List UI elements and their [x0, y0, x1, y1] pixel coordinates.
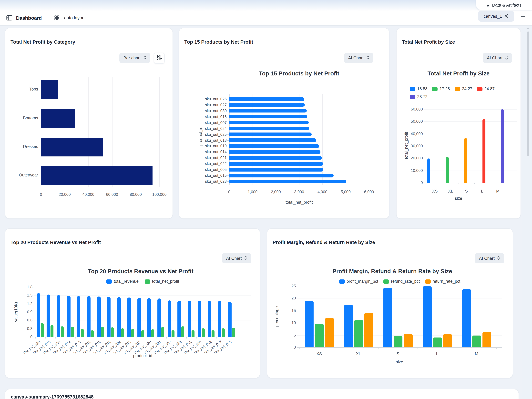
- bar: [161, 327, 164, 337]
- y-tick-label: 0: [397, 180, 423, 185]
- bar-chart-net-profit-by-category: 020,00040,00060,00080,000100,000TopsBott…: [5, 28, 172, 218]
- bar: [97, 296, 101, 337]
- bar: [229, 115, 307, 119]
- bar: [81, 329, 84, 337]
- gridline: [227, 337, 227, 338]
- bar: [182, 326, 184, 337]
- tab-canvas-1[interactable]: canvas_1: [478, 11, 514, 22]
- bar: [198, 301, 201, 337]
- x-tick-label: 2,000: [266, 190, 286, 194]
- y-axis-label: product_id: [198, 123, 203, 149]
- header-gradient: [0, 0, 532, 11]
- gridline: [418, 347, 418, 349]
- y-category-label: sku_out_026: [179, 97, 227, 101]
- legend-item: 18.88: [410, 87, 428, 91]
- gridline: [34, 337, 251, 337]
- bar: [383, 288, 392, 347]
- legend-row: total_revenuetotal_net_profit: [34, 279, 251, 284]
- bar: [229, 139, 316, 142]
- bar: [137, 298, 141, 337]
- card-top-15-products-by-net-profit: Top 15 Products by Net Profit AI Chart T…: [179, 28, 389, 219]
- gridline: [378, 347, 379, 349]
- bar: [127, 298, 131, 337]
- y-category-label: sku_out_022: [179, 162, 227, 166]
- bar: [423, 286, 431, 347]
- collapse-panel-icon[interactable]: [5, 13, 13, 22]
- legend-label: return_rate_pct: [432, 279, 460, 284]
- auto-layout-icon[interactable]: [53, 13, 61, 22]
- x-tick-label: 40,000: [75, 192, 101, 197]
- bar: [101, 327, 104, 337]
- data-artifacts-button[interactable]: « Data & Artifacts: [476, 0, 532, 10]
- legend-row: profit_margin_pctrefund_rate_pctreturn_r…: [297, 279, 502, 284]
- bar: [202, 328, 204, 337]
- gridline: [227, 152, 229, 152]
- bar-chart-top-15-products: Top 15 Products by Net Profit01,0002,000…: [179, 28, 389, 218]
- gridline: [206, 337, 207, 338]
- x-category-label: S: [388, 352, 408, 356]
- bar: [229, 109, 307, 113]
- legend-item: 23.72: [410, 95, 428, 99]
- legend-swatch: [410, 87, 415, 91]
- bar: [41, 166, 152, 185]
- chevrons-left-icon: «: [487, 2, 489, 7]
- x-tick-label: 0: [219, 190, 239, 194]
- scrollbar-thumb[interactable]: [527, 32, 529, 156]
- x-tick-label: 6,000: [359, 190, 379, 194]
- chart-title: Total Net Profit by Size: [397, 70, 520, 77]
- top-header: Dashboard auto layout « Data & Artifacts…: [0, 0, 532, 25]
- auto-layout-label[interactable]: auto layout: [64, 15, 86, 20]
- share-icon[interactable]: [505, 14, 509, 19]
- y-tick-label: 0: [270, 345, 296, 350]
- y-tick-label: 0.3: [6, 326, 32, 331]
- x-category-label: M: [490, 189, 506, 194]
- grouped-bar-chart-revenue-vs-profit: Top 20 Products Revenue vs Net Profittot…: [5, 229, 260, 378]
- y-category-label: Outerwear: [5, 173, 38, 177]
- add-canvas-button[interactable]: +: [518, 11, 528, 22]
- y-category-label: sku_out_005: [179, 168, 227, 171]
- bar: [393, 336, 402, 347]
- bar: [304, 301, 313, 347]
- y-category-label: Dresses: [5, 144, 38, 149]
- y-axis-label: percentage: [274, 303, 279, 330]
- x-tick-label: 100,000: [146, 192, 172, 197]
- y-tick-label: 50,000: [397, 119, 423, 124]
- legend-swatch: [477, 87, 482, 91]
- legend-label: refund_rate_pct: [391, 279, 420, 284]
- bar: [41, 80, 58, 99]
- gridline: [346, 94, 346, 185]
- gridline: [297, 286, 502, 286]
- bar: [141, 330, 144, 337]
- y-tick-label: 5: [270, 333, 296, 337]
- gridline: [227, 99, 229, 99]
- gridline: [237, 337, 237, 338]
- legend-item: total_revenue: [106, 279, 139, 284]
- bar: [40, 323, 44, 337]
- gridline: [86, 337, 86, 338]
- legend-swatch: [145, 279, 150, 284]
- scrollbar-track[interactable]: [521, 25, 532, 399]
- x-axis-label: size: [386, 360, 413, 364]
- legend-label: 17.28: [440, 87, 450, 91]
- bar: [77, 296, 81, 337]
- y-tick-label: 30,000: [397, 144, 423, 148]
- x-tick-label: 3,000: [289, 190, 309, 194]
- bar: [472, 336, 481, 347]
- bar: [91, 330, 94, 337]
- gridline: [299, 347, 300, 349]
- gridline: [186, 337, 187, 338]
- canvas-summary-title: canvas-summary-1769755731682848: [11, 394, 94, 399]
- gridline: [35, 337, 36, 338]
- bar: [222, 328, 225, 337]
- gridline: [227, 146, 229, 146]
- bar: [315, 324, 323, 347]
- gridline: [66, 337, 66, 338]
- x-category-label: M: [467, 352, 486, 356]
- scrollbar-up-arrow[interactable]: [526, 27, 530, 29]
- y-tick-label: 40,000: [397, 131, 423, 136]
- y-axis-label: total_net_profit: [404, 133, 409, 159]
- bar: [354, 320, 363, 347]
- legend-swatch: [339, 279, 345, 284]
- gridline: [136, 337, 136, 338]
- y-category-label: sku_out_030: [179, 109, 227, 113]
